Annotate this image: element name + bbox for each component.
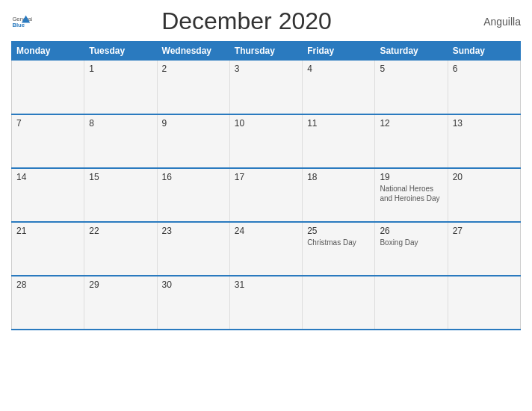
calendar-cell: 28: [12, 276, 84, 330]
calendar-cell: 4: [303, 61, 375, 114]
calendar-cell: 24: [229, 222, 302, 276]
day-number: 22: [89, 226, 152, 236]
calendar-cell: 16: [157, 168, 229, 222]
day-number: 19: [380, 172, 442, 182]
calendar-table: Monday Tuesday Wednesday Thursday Friday…: [11, 41, 521, 330]
calendar-cell: 15: [84, 168, 157, 222]
col-monday: Monday: [12, 42, 84, 61]
logo: General Blue: [11, 11, 32, 32]
day-number: 23: [162, 226, 225, 236]
calendar-cell: 1: [84, 61, 157, 114]
calendar-week-row: 28293031: [12, 276, 521, 330]
calendar-cell: 23: [157, 222, 229, 276]
day-number: 9: [162, 118, 225, 129]
day-number: 27: [453, 226, 516, 236]
day-number: 4: [307, 64, 370, 74]
calendar-cell: [448, 276, 520, 330]
calendar-cell: 13: [448, 114, 520, 168]
day-number: 11: [307, 118, 370, 129]
day-number: 30: [162, 279, 225, 290]
calendar-cell: 3: [229, 61, 302, 114]
day-number: 1: [89, 64, 152, 74]
day-number: 20: [453, 172, 516, 182]
calendar-event: National Heroes and Heroines Day: [380, 184, 442, 203]
calendar-cell: 5: [375, 61, 448, 114]
calendar-event: Christmas Day: [307, 238, 370, 247]
calendar-page: General Blue December 2020 Anguilla Mond…: [0, 0, 532, 411]
calendar-cell: 29: [84, 276, 157, 330]
day-number: 18: [307, 172, 370, 182]
calendar-cell: 11: [303, 114, 375, 168]
day-number: 15: [89, 172, 152, 182]
day-number: 13: [453, 118, 516, 129]
calendar-event: Boxing Day: [380, 238, 442, 247]
calendar-cell: 18: [303, 168, 375, 222]
day-number: 28: [16, 279, 79, 290]
col-saturday: Saturday: [375, 42, 448, 61]
calendar-week-row: 141516171819National Heroes and Heroines…: [12, 168, 521, 222]
country-label: Anguilla: [461, 16, 521, 28]
day-number: 6: [453, 64, 516, 74]
col-wednesday: Wednesday: [157, 42, 229, 61]
calendar-cell: [303, 276, 375, 330]
calendar-cell: 27: [448, 222, 520, 276]
day-number: 21: [16, 226, 79, 236]
day-number: 14: [16, 172, 79, 182]
svg-text:General: General: [12, 15, 32, 22]
calendar-cell: 12: [375, 114, 448, 168]
calendar-cell: 2: [157, 61, 229, 114]
calendar-cell: 17: [229, 168, 302, 222]
day-number: 12: [380, 118, 442, 129]
col-tuesday: Tuesday: [84, 42, 157, 61]
day-number: 2: [162, 64, 225, 74]
calendar-cell: 26Boxing Day: [375, 222, 448, 276]
calendar-cell: 21: [12, 222, 84, 276]
calendar-cell: 20: [448, 168, 520, 222]
calendar-cell: 6: [448, 61, 520, 114]
calendar-cell: 30: [157, 276, 229, 330]
day-number: 7: [16, 118, 79, 129]
day-number: 17: [235, 172, 297, 182]
col-friday: Friday: [303, 42, 375, 61]
day-number: 3: [235, 64, 297, 74]
day-number: 5: [380, 64, 442, 74]
calendar-cell: [12, 61, 84, 114]
calendar-cell: 19National Heroes and Heroines Day: [375, 168, 448, 222]
calendar-header-row: Monday Tuesday Wednesday Thursday Friday…: [12, 42, 521, 61]
day-number: 8: [89, 118, 152, 129]
day-number: 29: [89, 279, 152, 290]
calendar-cell: 10: [229, 114, 302, 168]
col-sunday: Sunday: [448, 42, 520, 61]
calendar-cell: 25Christmas Day: [303, 222, 375, 276]
day-number: 16: [162, 172, 225, 182]
day-number: 10: [235, 118, 297, 129]
logo-icon: General Blue: [11, 11, 32, 32]
page-title: December 2020: [32, 7, 461, 35]
day-number: 31: [235, 279, 297, 290]
calendar-cell: 22: [84, 222, 157, 276]
day-number: 26: [380, 226, 442, 236]
calendar-cell: 14: [12, 168, 84, 222]
day-number: 25: [307, 226, 370, 236]
calendar-cell: 31: [229, 276, 302, 330]
calendar-week-row: 2122232425Christmas Day26Boxing Day27: [12, 222, 521, 276]
calendar-week-row: 123456: [12, 61, 521, 114]
calendar-cell: [375, 276, 448, 330]
calendar-cell: 8: [84, 114, 157, 168]
calendar-cell: 9: [157, 114, 229, 168]
calendar-week-row: 78910111213: [12, 114, 521, 168]
day-number: 24: [235, 226, 297, 236]
header: General Blue December 2020 Anguilla: [11, 7, 521, 35]
col-thursday: Thursday: [229, 42, 302, 61]
calendar-cell: 7: [12, 114, 84, 168]
